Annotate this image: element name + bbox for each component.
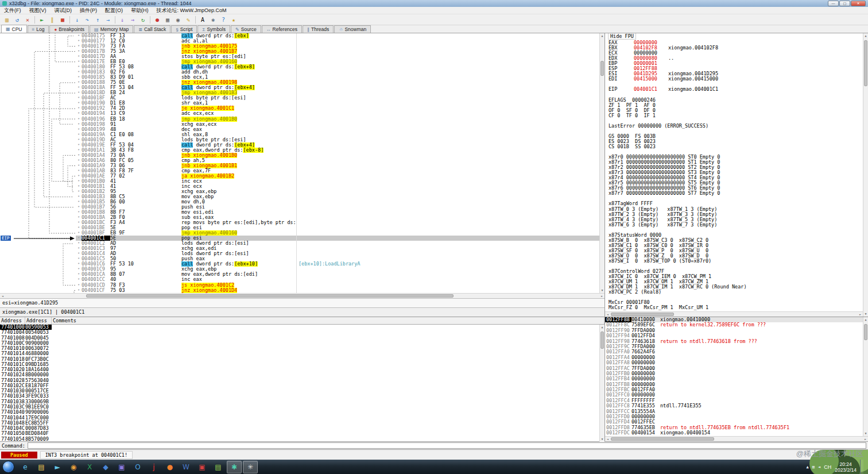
breakpoint-dot[interactable]: •: [76, 90, 82, 95]
scroll-right-icon[interactable]: ►: [858, 313, 863, 316]
tab-source[interactable]: ✎Source: [231, 25, 261, 33]
breakpoint-dot[interactable]: •: [76, 179, 82, 184]
taskbar-icon-chrome[interactable]: ◉: [66, 461, 81, 473]
menu-item-6[interactable]: 技术论坛: WwW.JmpOep.CoM: [153, 7, 231, 14]
disasm-row[interactable]: •004001BE5Epop esi: [76, 225, 599, 230]
dump-row[interactable]: 7740104090900006: [0, 410, 599, 415]
scroll-right-icon[interactable]: ►: [863, 437, 868, 441]
close-icon[interactable]: ✕: [22, 15, 33, 24]
tray-expand-icon[interactable]: ▲: [807, 465, 809, 469]
disasm-row[interactable]: •0040018AFF 53 04call dword ptr ds:[ebx+…: [76, 85, 599, 90]
tab-log[interactable]: ≡Log: [28, 25, 49, 33]
disasm-row[interactable]: •0040017DAAstos byte ptr es:[edi]: [76, 54, 599, 59]
menu-item-0[interactable]: 文件(F): [0, 7, 25, 14]
tab-call-stack[interactable]: ≣Call Stack: [134, 25, 170, 33]
disasm-row[interactable]: •004001B88B F7mov esi,edi: [76, 210, 599, 215]
dump-row[interactable]: 7740100C90900000: [0, 341, 599, 346]
disasm-row[interactable]: •004001BFEB 9Fjmp xiongmao.400160: [76, 230, 599, 236]
tray-network-icon[interactable]: ▥: [812, 465, 815, 469]
menu-item-2[interactable]: 调试(D): [51, 7, 76, 14]
step-over-icon[interactable]: ↷: [82, 15, 92, 24]
disasm-row[interactable]: •004001BA2B F0sub esi,eax: [76, 215, 599, 220]
scroll-thumb[interactable]: [611, 313, 674, 316]
tray-language-indicator[interactable]: CH: [824, 464, 831, 470]
breakpoint-dot[interactable]: •: [76, 85, 82, 90]
start-button[interactable]: [2, 461, 14, 473]
breakpoint-dot[interactable]: •: [76, 142, 82, 148]
breakpoint-dot[interactable]: •: [76, 168, 82, 174]
scroll-up-icon[interactable]: ▲: [600, 325, 604, 330]
stop-icon[interactable]: ■: [57, 15, 68, 24]
tab-memory-map[interactable]: ▤Memory Map: [90, 25, 133, 33]
breakpoint-dot[interactable]: •: [76, 241, 82, 246]
breakpoint-dot[interactable]: •: [76, 101, 82, 106]
taskbar-icon-app-blue[interactable]: ◆: [98, 461, 113, 473]
breakpoint-dot[interactable]: •: [76, 261, 82, 267]
comment-icon[interactable]: ✎: [183, 15, 193, 24]
scroll-thumb[interactable]: [86, 294, 454, 298]
register-eip[interactable]: EIP004001C1xiongmao.004001C1: [609, 87, 863, 92]
open-file-icon[interactable]: ▥: [2, 15, 12, 24]
pause-icon[interactable]: ∥: [47, 15, 57, 24]
taskbar-icon-notepad[interactable]: ▤: [211, 461, 226, 473]
hide-fpu-button[interactable]: Hide FPU: [608, 33, 636, 40]
breakpoint-dot[interactable]: •: [76, 38, 82, 44]
breakpoint-dot[interactable]: •: [76, 256, 82, 261]
taskbar-icon-explorer[interactable]: ▤: [34, 461, 49, 473]
dump-row[interactable]: 7740100400540053: [0, 330, 599, 335]
stack-vscroll[interactable]: ▲ ▼: [863, 317, 868, 436]
breakpoint-icon[interactable]: ●: [152, 15, 162, 24]
disasm-row[interactable]: •0040019EFF 53 04call dword ptr ds:[ebx+…: [76, 142, 599, 148]
dump-column-header[interactable]: Comments: [52, 317, 604, 324]
taskbar-icon-browser-orange[interactable]: ●: [162, 461, 177, 473]
tab-breakpoints[interactable]: ●Breakpoints: [49, 25, 89, 33]
taskbar-icon-spider[interactable]: ✳: [243, 461, 258, 473]
breakpoint-dot[interactable]: •: [76, 236, 82, 241]
breakpoint-dot[interactable]: •: [76, 127, 82, 132]
breakpoint-dot[interactable]: •: [76, 246, 82, 251]
disasm-row[interactable]: •004001CC40inc eax: [76, 277, 599, 282]
breakpoint-dot[interactable]: •: [76, 210, 82, 215]
minimize-button[interactable]: —: [828, 1, 839, 6]
scroll-down-icon[interactable]: ▼: [863, 311, 868, 317]
disasm-row[interactable]: •004001C397xchg eax,edi: [76, 246, 599, 251]
breakpoint-dot[interactable]: •: [76, 220, 82, 225]
disasm-row[interactable]: •004001B041inc ecx: [76, 179, 599, 184]
disasm-row[interactable]: •004001B295xchg eax,ebp: [76, 189, 599, 194]
scroll-thumb[interactable]: [611, 437, 714, 441]
breakpoint-dot[interactable]: •: [76, 163, 82, 168]
dump-row[interactable]: 7740101000630072: [0, 346, 599, 351]
disasm-hscroll[interactable]: ◄ ►: [0, 293, 604, 298]
register-edi[interactable]: EDI00415000xiongmao.00415000: [609, 76, 863, 82]
breakpoint-dot[interactable]: •: [76, 132, 82, 137]
show-desktop-button[interactable]: [860, 460, 863, 474]
breakpoint-dot[interactable]: •: [76, 49, 82, 54]
taskbar-icon-media-player[interactable]: ►: [50, 461, 65, 473]
breakpoint-dot[interactable]: •: [76, 137, 82, 142]
taskbar-icon-excel[interactable]: X: [82, 461, 97, 473]
breakpoint-dot[interactable]: •: [76, 184, 82, 189]
taskbar-icon-word[interactable]: W: [179, 461, 193, 473]
disasm-row[interactable]: •0040019DAClods byte ptr ds:[esi]: [76, 137, 599, 142]
dump-row[interactable]: 77401050BED0840F: [0, 431, 599, 436]
taskbar-icon-jd[interactable]: j: [146, 461, 161, 473]
disasm-row[interactable]: •00400180FF 53 08call dword ptr ds:[ebx+…: [76, 64, 599, 70]
dump-row[interactable]: 77401008004D0045: [0, 336, 599, 341]
dump-row[interactable]: 77401048EC8B55FF: [0, 421, 599, 426]
menu-item-1[interactable]: 视图(V): [25, 7, 51, 14]
breakpoint-dot[interactable]: •: [76, 205, 82, 210]
disasm-row[interactable]: •0040018DEB 24jmp xiongmao.4001B3: [76, 90, 599, 95]
scroll-down-icon[interactable]: ▼: [863, 431, 868, 436]
dump-row[interactable]: 7740102018A16400: [0, 367, 599, 372]
disasm-row[interactable]: •0040017B75 3Ajnz xiongmao.4001B7: [76, 49, 599, 54]
taskbar-icon-ie[interactable]: e: [18, 461, 33, 473]
scroll-thumb[interactable]: [600, 332, 604, 349]
breakpoint-dot[interactable]: •: [76, 122, 82, 127]
scroll-left-icon[interactable]: ◄: [605, 313, 610, 316]
dump-row[interactable]: 7740102CE81870FF: [0, 383, 599, 388]
dump-row[interactable]: 774010180FC73B0C: [0, 357, 599, 362]
disasm-row[interactable]: •0040018302 F6add dh,dh: [76, 70, 599, 75]
tab-threads[interactable]: ∥Threads: [303, 25, 334, 33]
tab-script[interactable]: §Script: [171, 25, 197, 33]
scroll-right-icon[interactable]: ►: [599, 294, 604, 298]
